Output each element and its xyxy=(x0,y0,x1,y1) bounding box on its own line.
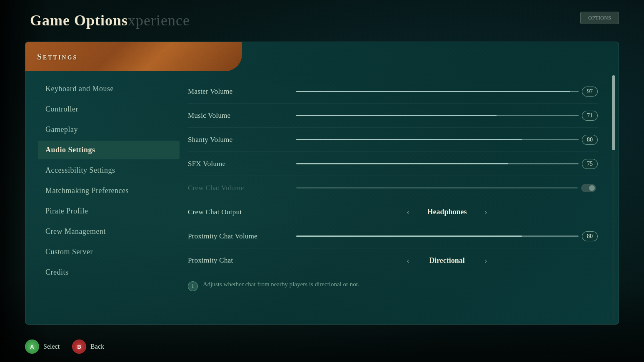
slider-fill-master-volume xyxy=(296,91,570,92)
sidebar-item-controller[interactable]: Controller xyxy=(38,100,180,119)
setting-row-music-volume: Music Volume 71 xyxy=(188,104,598,128)
crew-chat-toggle-thumb xyxy=(589,185,595,191)
settings-list: Master Volume 97 Music Volume xyxy=(188,79,610,273)
sidebar-item-gameplay[interactable]: Gameplay xyxy=(38,120,180,139)
setting-control-proximity-chat-volume[interactable]: 80 xyxy=(296,231,598,241)
sidebar-item-matchmaking-preferences[interactable]: Matchmaking Preferences xyxy=(38,181,180,200)
setting-row-crew-chat-volume: Crew Chat Volume xyxy=(188,176,598,200)
select-button-label: Select xyxy=(43,343,60,350)
slider-crew-chat-volume xyxy=(296,184,598,192)
content-area: Keyboard and Mouse Controller Gameplay A… xyxy=(25,71,619,324)
slider-value-master-volume: 97 xyxy=(582,87,598,97)
slider-fill-crew-chat-volume xyxy=(296,187,578,188)
back-button-label: Back xyxy=(90,343,104,350)
options-button[interactable]: OPTIONS xyxy=(580,12,619,24)
setting-control-crew-chat-volume xyxy=(296,184,598,192)
selector-crew-chat-output[interactable]: ‹ Headphones › xyxy=(296,207,598,217)
info-row: i Adjusts whether chat from nearby playe… xyxy=(188,273,610,295)
sidebar-item-keyboard-mouse[interactable]: Keyboard and Mouse xyxy=(38,79,180,98)
sidebar-item-accessibility-settings[interactable]: Accessibility Settings xyxy=(38,161,180,180)
slider-track-proximity-chat-volume xyxy=(296,236,579,237)
info-text: Adjusts whether chat from nearby players… xyxy=(203,281,359,288)
slider-value-music-volume: 71 xyxy=(582,111,598,121)
slider-music-volume[interactable]: 71 xyxy=(296,111,598,121)
slider-shanty-volume[interactable]: 80 xyxy=(296,135,598,145)
back-control: B Back xyxy=(72,340,104,354)
slider-fill-shanty-volume xyxy=(296,139,522,140)
setting-row-proximity-chat: Proximity Chat ‹ Directional › xyxy=(188,248,598,273)
setting-label-crew-chat-volume: Crew Chat Volume xyxy=(188,184,296,192)
slider-proximity-chat-volume[interactable]: 80 xyxy=(296,231,598,241)
slider-master-volume[interactable]: 97 xyxy=(296,87,598,97)
setting-row-shanty-volume: Shanty Volume 80 xyxy=(188,128,598,152)
crew-chat-toggle xyxy=(581,184,596,192)
slider-track-sfx-volume xyxy=(296,163,579,164)
setting-row-master-volume: Master Volume 97 xyxy=(188,79,598,104)
setting-control-sfx-volume[interactable]: 75 xyxy=(296,159,598,169)
setting-row-sfx-volume: SFX Volume 75 xyxy=(188,152,598,176)
setting-control-shanty-volume[interactable]: 80 xyxy=(296,135,598,145)
slider-fill-sfx-volume xyxy=(296,163,508,164)
sidebar-item-crew-management[interactable]: Crew Management xyxy=(38,222,180,241)
slider-track-crew-chat-volume xyxy=(296,187,578,188)
select-button-icon: A xyxy=(25,340,39,354)
slider-value-sfx-volume: 75 xyxy=(582,159,598,169)
info-icon: i xyxy=(188,281,198,291)
arrow-left-proximity-chat[interactable]: ‹ xyxy=(407,256,409,265)
setting-label-music-volume: Music Volume xyxy=(188,112,296,120)
arrow-right-crew-chat-output[interactable]: › xyxy=(484,207,487,217)
setting-control-proximity-chat[interactable]: ‹ Directional › xyxy=(296,256,598,265)
slider-value-proximity-chat-volume: 80 xyxy=(582,231,598,241)
scrollbar[interactable] xyxy=(612,75,615,320)
scrollbar-thumb[interactable] xyxy=(612,75,615,150)
setting-row-proximity-chat-volume: Proximity Chat Volume 80 xyxy=(188,224,598,248)
setting-label-sfx-volume: SFX Volume xyxy=(188,160,296,168)
value-proximity-chat: Directional xyxy=(418,256,476,265)
arrow-right-proximity-chat[interactable]: › xyxy=(484,256,487,265)
slider-track-shanty-volume xyxy=(296,139,579,140)
right-panel: Master Volume 97 Music Volume xyxy=(180,71,619,324)
slider-sfx-volume[interactable]: 75 xyxy=(296,159,598,169)
setting-label-shanty-volume: Shanty Volume xyxy=(188,136,296,144)
setting-control-master-volume[interactable]: 97 xyxy=(296,87,598,97)
slider-fill-music-volume xyxy=(296,115,497,116)
page-title-area: Game Options xperience xyxy=(30,12,190,29)
sidebar-item-custom-server[interactable]: Custom Server xyxy=(38,243,180,261)
slider-track-master-volume xyxy=(296,91,579,92)
slider-track-music-volume xyxy=(296,115,579,116)
setting-control-crew-chat-output[interactable]: ‹ Headphones › xyxy=(296,207,598,217)
setting-label-master-volume: Master Volume xyxy=(188,87,296,96)
setting-label-proximity-chat: Proximity Chat xyxy=(188,256,296,265)
setting-label-proximity-chat-volume: Proximity Chat Volume xyxy=(188,232,296,241)
setting-label-crew-chat-output: Crew Chat Output xyxy=(188,208,296,216)
bottom-bar: A Select B Back xyxy=(25,340,104,354)
settings-tab-label: Settings xyxy=(37,52,77,62)
main-panel: Settings Keyboard and Mouse Controller G… xyxy=(25,42,619,325)
back-button-icon: B xyxy=(72,340,86,354)
setting-row-crew-chat-output: Crew Chat Output ‹ Headphones › xyxy=(188,200,598,224)
page-title-sub: xperience xyxy=(128,12,190,29)
sidebar-item-audio-settings[interactable]: Audio Settings xyxy=(38,141,180,159)
setting-control-music-volume[interactable]: 71 xyxy=(296,111,598,121)
arrow-left-crew-chat-output[interactable]: ‹ xyxy=(407,207,409,217)
sidebar-item-pirate-profile[interactable]: Pirate Profile xyxy=(38,202,180,221)
select-button-letter: A xyxy=(30,344,34,350)
selector-proximity-chat[interactable]: ‹ Directional › xyxy=(296,256,598,265)
slider-fill-proximity-chat-volume xyxy=(296,236,522,237)
nav-panel: Keyboard and Mouse Controller Gameplay A… xyxy=(25,71,180,324)
back-button-letter: B xyxy=(77,344,81,350)
page-title: Game Options xyxy=(30,12,128,29)
slider-value-shanty-volume: 80 xyxy=(582,135,598,145)
settings-tab: Settings xyxy=(25,42,242,71)
select-control: A Select xyxy=(25,340,60,354)
sidebar-item-credits[interactable]: Credits xyxy=(38,263,180,282)
value-crew-chat-output: Headphones xyxy=(418,208,476,216)
